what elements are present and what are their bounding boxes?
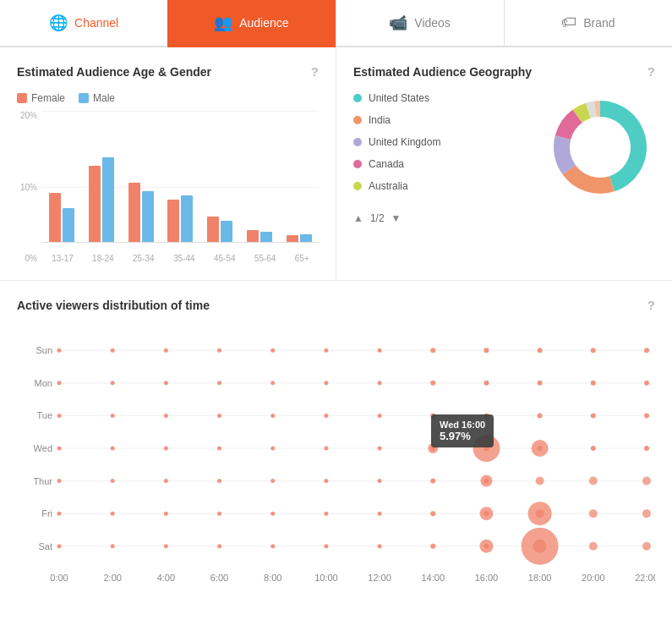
y-label-Tue: Tue: [36, 410, 52, 420]
geo-container: United States India United Kingdom Canad…: [353, 92, 655, 202]
tab-videos-label: Videos: [414, 16, 451, 30]
x-label-13-17: 13-17: [52, 254, 74, 263]
bar-group-18-24: [89, 157, 114, 242]
x-label-16:00: 16:00: [475, 573, 499, 583]
bubble-small: [484, 381, 489, 386]
bubble-chart-container: SunMonTueWedThurFriSat0:002:004:006:008:…: [17, 326, 655, 590]
geo-legend-item-4: Australia: [353, 180, 537, 192]
y-label-10: 10%: [20, 183, 37, 192]
age-gender-help-icon[interactable]: ?: [311, 64, 319, 79]
donut-segment-1: [563, 165, 615, 194]
bubble-small: [378, 414, 382, 418]
bubble-small: [324, 512, 328, 516]
bubble-prominent-1: [532, 440, 549, 457]
bubble-small: [111, 447, 115, 451]
bubble-small: [217, 512, 221, 516]
bubble-svg: SunMonTueWedThurFriSat0:002:004:006:008:…: [17, 326, 655, 588]
bar-male-35-44: [181, 195, 193, 242]
bubble-small: [164, 479, 168, 483]
bubble-small: [270, 544, 275, 548]
bubble-small: [484, 348, 489, 353]
geo-dot-1: [353, 116, 362, 124]
tab-videos[interactable]: 📹 Videos: [336, 0, 504, 47]
bubble-title: Active viewers distribution of time ?: [17, 298, 655, 312]
bubble-small: [484, 413, 489, 418]
legend-female: Female: [17, 92, 65, 104]
geo-label-2: United Kingdom: [369, 136, 440, 148]
bubble-help-icon[interactable]: ?: [647, 298, 655, 312]
bubble-small: [589, 509, 598, 518]
x-label-10:00: 10:00: [314, 573, 338, 583]
nav-tabs: 🌐 Channel 👥 Audience 📹 Videos 🏷 Brand: [0, 0, 672, 47]
bar-group-45-54: [207, 217, 232, 242]
bubble-small: [536, 477, 544, 486]
bar-male-65+: [300, 234, 312, 242]
bar-group-55-64: [247, 230, 272, 242]
female-color-dot: [17, 93, 27, 103]
x-label-35-44: 35-44: [173, 254, 195, 263]
geo-legend-item-1: India: [353, 114, 537, 126]
y-label-Thur: Thur: [33, 476, 52, 486]
bar-group-35-44: [167, 195, 193, 242]
bubble-small: [538, 381, 543, 386]
bubble-small: [378, 447, 382, 451]
bubble-small: [111, 479, 115, 483]
donut-chart: [545, 92, 655, 202]
x-label-14:00: 14:00: [422, 573, 445, 583]
bubble-small: [270, 348, 275, 353]
bars-area: [42, 111, 319, 243]
x-label-6:00: 6:00: [210, 573, 228, 583]
bubble-small: [644, 348, 649, 353]
geo-legend-item-3: Canada: [353, 158, 537, 170]
pagination-next[interactable]: ▼: [391, 212, 402, 224]
bar-male-25-34: [142, 191, 154, 242]
bubble-small: [111, 348, 115, 353]
bubble-panel: Active viewers distribution of time ? Su…: [0, 281, 672, 607]
videos-icon: 📹: [389, 14, 407, 32]
bar-group-13-17: [49, 193, 74, 242]
geo-legend: United States India United Kingdom Canad…: [353, 92, 537, 202]
geo-label-4: Australia: [369, 180, 408, 192]
bubble-small: [589, 542, 598, 551]
geo-dot-0: [353, 94, 362, 102]
bubble-small: [111, 414, 115, 418]
bubble-small: [430, 479, 435, 484]
top-panels: Estimated Audience Age & Gender ? Female…: [0, 47, 672, 281]
x-label-25-34: 25-34: [133, 254, 155, 263]
bubble-small: [324, 348, 328, 353]
bubble-small: [430, 348, 435, 353]
tab-channel[interactable]: 🌐 Channel: [0, 0, 167, 47]
tab-audience[interactable]: 👥 Audience: [167, 0, 335, 47]
y-label-Sun: Sun: [36, 345, 52, 355]
bar-chart: 20% 10% 0% 13-1718-2425-3435-4445-5455-6…: [17, 111, 319, 263]
tab-brand[interactable]: 🏷 Brand: [504, 0, 672, 47]
bubble-small: [164, 447, 168, 451]
x-axis-labels: 13-1718-2425-3435-4445-5455-6465+: [42, 254, 319, 263]
bubble-small: [164, 381, 168, 385]
bar-group-65+: [287, 234, 312, 242]
bubble-small: [378, 512, 382, 516]
bubble-small: [324, 544, 328, 548]
geo-label-0: United States: [369, 92, 429, 104]
x-label-0:00: 0:00: [50, 573, 68, 583]
age-gender-title: Estimated Audience Age & Gender ?: [17, 64, 319, 79]
bubble-small: [591, 446, 596, 451]
geo-dot-2: [353, 138, 362, 146]
y-label-20: 20%: [20, 111, 37, 120]
bar-female-55-64: [247, 230, 259, 242]
pagination-prev[interactable]: ▲: [353, 212, 363, 224]
geo-label-1: India: [369, 114, 391, 126]
geo-legend-item-2: United Kingdom: [353, 136, 537, 148]
bubble-small: [430, 413, 435, 418]
bar-female-13-17: [49, 193, 61, 242]
pagination: ▲ 1/2 ▼: [353, 212, 655, 224]
bubble-small: [430, 511, 435, 516]
bar-female-18-24: [89, 166, 101, 242]
bubble-small: [217, 414, 221, 418]
x-label-2:00: 2:00: [103, 573, 121, 583]
geography-help-icon[interactable]: ?: [647, 64, 655, 79]
age-gender-legend: Female Male: [17, 92, 319, 104]
geo-label-3: Canada: [369, 158, 404, 170]
bubble-small: [270, 447, 275, 451]
y-label-Mon: Mon: [35, 378, 52, 388]
